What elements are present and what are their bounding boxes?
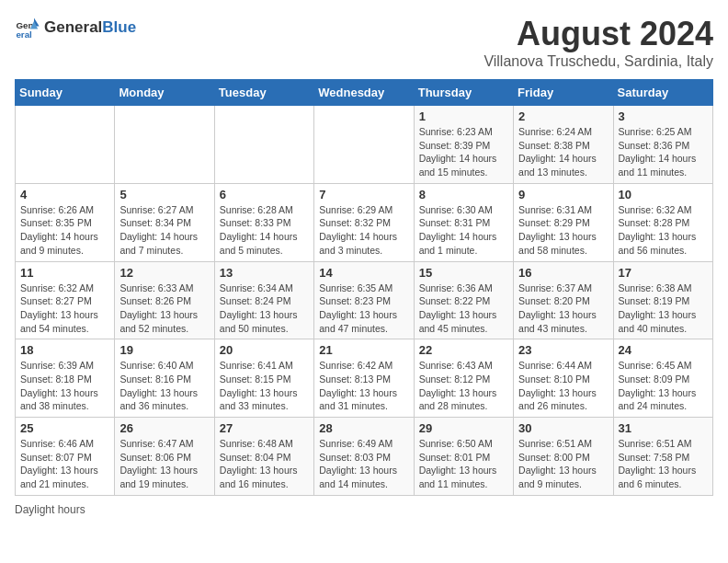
calendar-cell: 10Sunrise: 6:32 AM Sunset: 8:28 PM Dayli… <box>613 183 712 261</box>
calendar-cell: 19Sunrise: 6:40 AM Sunset: 8:16 PM Dayli… <box>115 339 214 418</box>
calendar-table: SundayMondayTuesdayWednesdayThursdayFrid… <box>15 79 713 496</box>
day-number: 10 <box>619 188 708 201</box>
calendar-cell: 24Sunrise: 6:45 AM Sunset: 8:09 PM Dayli… <box>613 339 712 418</box>
calendar-cell: 11Sunrise: 6:32 AM Sunset: 8:27 PM Dayli… <box>16 261 115 339</box>
calendar-title: August 2024 <box>483 15 713 53</box>
calendar-cell: 1Sunrise: 6:23 AM Sunset: 8:39 PM Daylig… <box>414 106 513 184</box>
day-number: 22 <box>419 343 508 357</box>
day-number: 25 <box>20 421 109 435</box>
day-info: Sunrise: 6:31 AM Sunset: 8:29 PM Dayligh… <box>518 203 608 258</box>
calendar-cell <box>314 106 414 184</box>
day-number: 7 <box>319 188 408 201</box>
day-info: Sunrise: 6:37 AM Sunset: 8:20 PM Dayligh… <box>518 282 608 336</box>
day-info: Sunrise: 6:46 AM Sunset: 8:07 PM Dayligh… <box>20 437 109 491</box>
calendar-subtitle: Villanova Truschedu, Sardinia, Italy <box>483 53 713 70</box>
day-info: Sunrise: 6:45 AM Sunset: 8:09 PM Dayligh… <box>619 359 708 413</box>
day-of-week-header: Saturday <box>613 80 712 106</box>
calendar-cell <box>115 106 214 184</box>
day-number: 2 <box>518 109 608 123</box>
calendar-cell: 21Sunrise: 6:42 AM Sunset: 8:13 PM Dayli… <box>314 339 414 418</box>
day-info: Sunrise: 6:24 AM Sunset: 8:38 PM Dayligh… <box>518 125 608 179</box>
calendar-cell: 23Sunrise: 6:44 AM Sunset: 8:10 PM Dayli… <box>514 339 613 418</box>
day-number: 27 <box>220 421 309 435</box>
calendar-cell: 5Sunrise: 6:27 AM Sunset: 8:34 PM Daylig… <box>115 183 214 261</box>
day-info: Sunrise: 6:49 AM Sunset: 8:03 PM Dayligh… <box>319 437 408 491</box>
calendar-cell: 22Sunrise: 6:43 AM Sunset: 8:12 PM Dayli… <box>414 339 513 418</box>
day-info: Sunrise: 6:32 AM Sunset: 8:28 PM Dayligh… <box>619 203 708 258</box>
day-info: Sunrise: 6:41 AM Sunset: 8:15 PM Dayligh… <box>220 359 309 413</box>
day-of-week-header: Sunday <box>16 80 115 106</box>
day-number: 3 <box>619 109 708 123</box>
page-header: Gen eral General Blue August 2024 Villan… <box>15 15 713 70</box>
day-info: Sunrise: 6:36 AM Sunset: 8:22 PM Dayligh… <box>419 282 508 336</box>
day-number: 29 <box>419 421 508 435</box>
svg-text:eral: eral <box>16 29 32 40</box>
day-number: 26 <box>119 421 209 435</box>
day-info: Sunrise: 6:26 AM Sunset: 8:35 PM Dayligh… <box>20 203 109 258</box>
day-of-week-header: Thursday <box>414 80 513 106</box>
day-number: 14 <box>319 266 408 280</box>
day-number: 11 <box>20 266 109 280</box>
day-number: 24 <box>619 343 708 357</box>
calendar-cell: 13Sunrise: 6:34 AM Sunset: 8:24 PM Dayli… <box>214 261 313 339</box>
logo: Gen eral General Blue <box>15 15 136 40</box>
calendar-cell: 9Sunrise: 6:31 AM Sunset: 8:29 PM Daylig… <box>514 183 613 261</box>
calendar-body: 1Sunrise: 6:23 AM Sunset: 8:39 PM Daylig… <box>16 106 713 496</box>
day-info: Sunrise: 6:48 AM Sunset: 8:04 PM Dayligh… <box>220 437 309 491</box>
logo-general: General <box>44 18 102 37</box>
day-number: 17 <box>619 266 708 280</box>
footnote: Daylight hours <box>15 503 713 516</box>
day-number: 21 <box>319 343 408 357</box>
day-info: Sunrise: 6:43 AM Sunset: 8:12 PM Dayligh… <box>419 359 508 413</box>
day-info: Sunrise: 6:29 AM Sunset: 8:32 PM Dayligh… <box>319 203 408 258</box>
calendar-cell: 30Sunrise: 6:51 AM Sunset: 8:00 PM Dayli… <box>514 418 613 496</box>
day-info: Sunrise: 6:47 AM Sunset: 8:06 PM Dayligh… <box>119 437 209 491</box>
day-info: Sunrise: 6:35 AM Sunset: 8:23 PM Dayligh… <box>319 282 408 336</box>
calendar-cell: 18Sunrise: 6:39 AM Sunset: 8:18 PM Dayli… <box>16 339 115 418</box>
day-info: Sunrise: 6:38 AM Sunset: 8:19 PM Dayligh… <box>619 282 708 336</box>
day-number: 6 <box>220 188 309 201</box>
calendar-header: SundayMondayTuesdayWednesdayThursdayFrid… <box>16 80 713 106</box>
day-number: 18 <box>20 343 109 357</box>
title-area: August 2024 Villanova Truschedu, Sardini… <box>483 15 713 70</box>
logo-icon: Gen eral <box>15 15 40 40</box>
day-info: Sunrise: 6:28 AM Sunset: 8:33 PM Dayligh… <box>220 203 309 258</box>
day-number: 9 <box>518 188 608 201</box>
day-info: Sunrise: 6:40 AM Sunset: 8:16 PM Dayligh… <box>119 359 209 413</box>
calendar-cell: 20Sunrise: 6:41 AM Sunset: 8:15 PM Dayli… <box>214 339 313 418</box>
day-info: Sunrise: 6:25 AM Sunset: 8:36 PM Dayligh… <box>619 125 708 179</box>
day-number: 8 <box>419 188 508 201</box>
logo-blue: Blue <box>102 18 136 37</box>
calendar-cell: 2Sunrise: 6:24 AM Sunset: 8:38 PM Daylig… <box>514 106 613 184</box>
day-info: Sunrise: 6:39 AM Sunset: 8:18 PM Dayligh… <box>20 359 109 413</box>
calendar-week-row: 11Sunrise: 6:32 AM Sunset: 8:27 PM Dayli… <box>16 261 713 339</box>
calendar-cell: 16Sunrise: 6:37 AM Sunset: 8:20 PM Dayli… <box>514 261 613 339</box>
day-of-week-header: Wednesday <box>314 80 414 106</box>
day-info: Sunrise: 6:23 AM Sunset: 8:39 PM Dayligh… <box>419 125 508 179</box>
day-number: 4 <box>20 188 109 201</box>
day-number: 1 <box>419 109 508 123</box>
calendar-cell: 31Sunrise: 6:51 AM Sunset: 7:58 PM Dayli… <box>613 418 712 496</box>
day-info: Sunrise: 6:42 AM Sunset: 8:13 PM Dayligh… <box>319 359 408 413</box>
calendar-week-row: 1Sunrise: 6:23 AM Sunset: 8:39 PM Daylig… <box>16 106 713 184</box>
calendar-cell: 17Sunrise: 6:38 AM Sunset: 8:19 PM Dayli… <box>613 261 712 339</box>
calendar-cell <box>214 106 313 184</box>
calendar-cell: 4Sunrise: 6:26 AM Sunset: 8:35 PM Daylig… <box>16 183 115 261</box>
day-number: 19 <box>119 343 209 357</box>
day-of-week-header: Monday <box>115 80 214 106</box>
calendar-cell: 29Sunrise: 6:50 AM Sunset: 8:01 PM Dayli… <box>414 418 513 496</box>
calendar-week-row: 18Sunrise: 6:39 AM Sunset: 8:18 PM Dayli… <box>16 339 713 418</box>
day-number: 30 <box>518 421 608 435</box>
day-number: 16 <box>518 266 608 280</box>
calendar-cell: 28Sunrise: 6:49 AM Sunset: 8:03 PM Dayli… <box>314 418 414 496</box>
day-info: Sunrise: 6:34 AM Sunset: 8:24 PM Dayligh… <box>220 282 309 336</box>
calendar-cell: 8Sunrise: 6:30 AM Sunset: 8:31 PM Daylig… <box>414 183 513 261</box>
day-info: Sunrise: 6:50 AM Sunset: 8:01 PM Dayligh… <box>419 437 508 491</box>
day-info: Sunrise: 6:33 AM Sunset: 8:26 PM Dayligh… <box>119 282 209 336</box>
day-info: Sunrise: 6:27 AM Sunset: 8:34 PM Dayligh… <box>119 203 209 258</box>
calendar-cell: 27Sunrise: 6:48 AM Sunset: 8:04 PM Dayli… <box>214 418 313 496</box>
calendar-cell: 3Sunrise: 6:25 AM Sunset: 8:36 PM Daylig… <box>613 106 712 184</box>
day-of-week-header: Friday <box>514 80 613 106</box>
day-number: 31 <box>619 421 708 435</box>
calendar-cell: 26Sunrise: 6:47 AM Sunset: 8:06 PM Dayli… <box>115 418 214 496</box>
